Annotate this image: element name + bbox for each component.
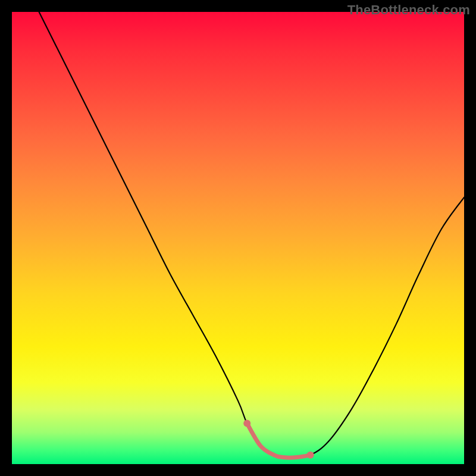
chart-frame: TheBottleneck.com xyxy=(0,0,476,476)
plot-area xyxy=(12,12,464,464)
optimal-range-line xyxy=(247,424,310,458)
chart-svg xyxy=(12,12,464,464)
watermark-text: TheBottleneck.com xyxy=(347,2,470,18)
bottleneck-curve xyxy=(39,12,464,458)
optimal-range-start-dot xyxy=(243,420,250,427)
optimal-range-end-dot xyxy=(307,452,314,459)
